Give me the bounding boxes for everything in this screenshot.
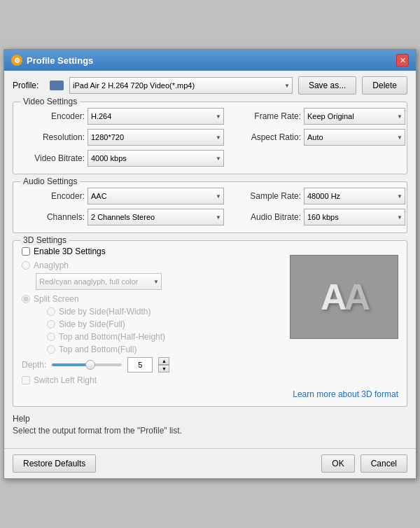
profile-row: Profile: iPad Air 2 H.264 720p Video(*.m… [13, 76, 407, 95]
title-bar: ⚙ Profile Settings ✕ [4, 50, 416, 71]
anaglyph-select[interactable]: Red/cyan anaglyph, full color [36, 273, 162, 290]
side-by-side-full-label: Side by Side(Full) [59, 319, 125, 329]
audio-encoder-select[interactable]: AAC [88, 188, 224, 204]
top-bottom-full-label: Top and Bottom(Full) [59, 345, 136, 354]
depth-slider-fill [52, 363, 90, 366]
channels-row: Channels: 2 Channels Stereo ▼ [22, 209, 224, 225]
window-body: Profile: iPad Air 2 H.264 720p Video(*.m… [4, 71, 416, 448]
preview-a1: A [321, 277, 344, 317]
audio-bitrate-select-wrapper: 160 kbps ▼ [304, 209, 405, 225]
bottom-right-buttons: OK Cancel [321, 454, 407, 473]
save-as-button[interactable]: Save as... [298, 76, 356, 95]
depth-row: Depth: ▲ ▼ [22, 357, 276, 373]
channels-select-wrapper: 2 Channels Stereo ▼ [88, 209, 224, 225]
delete-button[interactable]: Delete [362, 76, 407, 95]
audio-settings-grid: Encoder: AAC ▼ Channels: 2 Channels [22, 188, 398, 225]
3d-settings-section: 3D Settings AA Enable 3D Settings Anagly… [13, 240, 407, 407]
side-by-side-half-radio[interactable] [47, 307, 55, 316]
preview-a2: A [344, 277, 368, 317]
switch-lr-checkbox[interactable] [22, 376, 30, 384]
sample-rate-row: Sample Rate: 48000 Hz ▼ [231, 188, 405, 204]
anaglyph-radio[interactable] [22, 261, 30, 270]
switch-lr-row: Switch Left Right [22, 375, 276, 385]
depth-slider-thumb[interactable] [85, 360, 95, 370]
encoder-row: Encoder: H.264 ▼ [22, 108, 224, 125]
depth-up-button[interactable]: ▲ [158, 357, 169, 365]
audio-bitrate-label: Audio Bitrate: [231, 212, 301, 222]
side-by-side-full-radio[interactable] [47, 320, 55, 328]
audio-encoder-row: Encoder: AAC ▼ [22, 188, 224, 204]
switch-lr-label: Switch Left Right [34, 375, 97, 385]
aspect-ratio-row: Aspect Ratio: Auto ▼ [231, 129, 405, 146]
video-left-col: Encoder: H.264 ▼ Resolution: 1280*72 [22, 108, 224, 167]
split-screen-radio-row: Split Screen [22, 294, 276, 304]
channels-select[interactable]: 2 Channels Stereo [88, 209, 224, 225]
anaglyph-radio-row: Anaglyph [22, 260, 276, 270]
encoder-label: Encoder: [22, 111, 85, 121]
frame-rate-label: Frame Rate: [231, 111, 301, 121]
learn-more-link[interactable]: Learn more about 3D format [293, 389, 398, 399]
restore-defaults-button[interactable]: Restore Defaults [13, 454, 96, 473]
depth-down-button[interactable]: ▼ [158, 365, 169, 373]
anaglyph-type-wrapper: Red/cyan anaglyph, full color ▼ [36, 273, 162, 290]
title-bar-left: ⚙ Profile Settings [11, 55, 93, 66]
top-bottom-half-label: Top and Bottom(Half-Height) [59, 332, 165, 342]
video-bitrate-select-wrapper: 4000 kbps ▼ [88, 150, 224, 167]
sample-rate-label: Sample Rate: [231, 191, 301, 201]
split-screen-radio[interactable] [22, 295, 30, 303]
ok-button[interactable]: OK [321, 454, 354, 473]
encoder-select[interactable]: H.264 [88, 108, 224, 125]
enable-3d-checkbox[interactable] [22, 247, 30, 256]
frame-rate-row: Frame Rate: Keep Original ▼ [231, 108, 405, 125]
audio-right-col: Sample Rate: 48000 Hz ▼ Audio Bitrate: [231, 188, 405, 225]
profile-select[interactable]: iPad Air 2 H.264 720p Video(*.mp4) [69, 77, 293, 94]
close-button[interactable]: ✕ [396, 54, 409, 67]
help-text: Select the output format from the "Profi… [13, 426, 407, 436]
resolution-row: Resolution: 1280*720 ▼ [22, 129, 224, 146]
split-screen-label: Split Screen [34, 294, 79, 304]
channels-label: Channels: [22, 212, 85, 222]
aspect-ratio-select-wrapper: Auto ▼ [304, 129, 405, 146]
resolution-label: Resolution: [22, 132, 85, 142]
top-bottom-full-row: Top and Bottom(Full) [47, 345, 276, 354]
frame-rate-select[interactable]: Keep Original [304, 108, 405, 125]
top-bottom-half-radio[interactable] [47, 333, 55, 341]
profile-icon [50, 81, 64, 90]
video-bitrate-label: Video Bitrate: [22, 153, 85, 163]
window-title: Profile Settings [27, 55, 93, 66]
profile-label: Profile: [13, 81, 44, 90]
anaglyph-select-wrapper: Red/cyan anaglyph, full color ▼ [36, 273, 276, 290]
side-by-side-half-label: Side by Side(Half-Width) [59, 307, 150, 317]
audio-encoder-label: Encoder: [22, 191, 85, 201]
enable-3d-label: Enable 3D Settings [34, 246, 106, 256]
audio-encoder-select-wrapper: AAC ▼ [88, 188, 224, 204]
audio-bitrate-select[interactable]: 160 kbps [304, 209, 405, 225]
help-title: Help [13, 414, 407, 424]
resolution-select-wrapper: 1280*720 ▼ [88, 129, 224, 146]
encoder-select-wrapper: H.264 ▼ [88, 108, 224, 125]
help-section: Help Select the output format from the "… [13, 414, 407, 436]
bottom-bar: Restore Defaults OK Cancel [4, 448, 416, 478]
depth-input[interactable] [127, 357, 153, 373]
top-bottom-full-radio[interactable] [47, 345, 55, 354]
video-bitrate-select[interactable]: 4000 kbps [88, 150, 224, 167]
aspect-ratio-select[interactable]: Auto [304, 129, 405, 146]
sample-rate-select-wrapper: 48000 Hz ▼ [304, 188, 405, 204]
3d-preview-box: AA [290, 255, 398, 339]
top-bottom-half-row: Top and Bottom(Half-Height) [47, 332, 276, 342]
audio-left-col: Encoder: AAC ▼ Channels: 2 Channels [22, 188, 224, 225]
anaglyph-label: Anaglyph [34, 260, 69, 270]
depth-slider-track [52, 363, 122, 366]
depth-label: Depth: [22, 360, 46, 370]
3d-preview-text: AA [321, 276, 368, 318]
resolution-select[interactable]: 1280*720 [88, 129, 224, 146]
profile-select-wrapper: iPad Air 2 H.264 720p Video(*.mp4) ▼ [69, 77, 293, 94]
3d-settings-title: 3D Settings [20, 235, 69, 245]
frame-rate-select-wrapper: Keep Original ▼ [304, 108, 405, 125]
aspect-ratio-label: Aspect Ratio: [231, 132, 301, 142]
depth-spinner: ▲ ▼ [158, 357, 169, 373]
cancel-button[interactable]: Cancel [360, 454, 407, 473]
sample-rate-select[interactable]: 48000 Hz [304, 188, 405, 204]
enable-3d-row: Enable 3D Settings [22, 246, 276, 256]
main-window: ⚙ Profile Settings ✕ Profile: iPad Air 2… [4, 49, 416, 479]
